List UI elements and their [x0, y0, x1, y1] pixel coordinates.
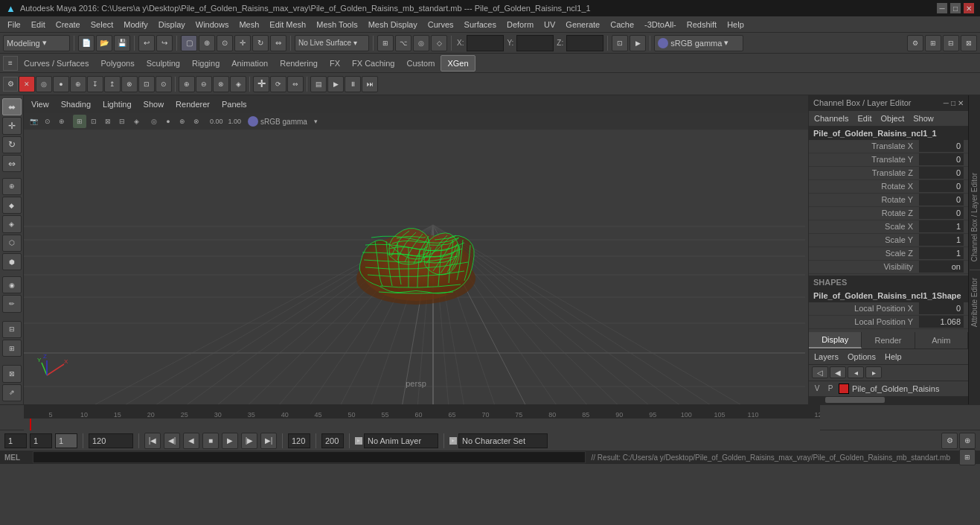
- timeline-ruler[interactable]: 5101520253035404550556065707580859095100…: [24, 405, 820, 419]
- vp-display-btn2[interactable]: ⊡: [87, 115, 100, 128]
- move-tool[interactable]: ✛: [2, 117, 22, 134]
- menu-item-cache[interactable]: Cache: [606, 19, 638, 31]
- snap-grid-btn[interactable]: ⊞: [377, 35, 394, 51]
- channel-value[interactable]: 1: [919, 220, 964, 232]
- layers-menu-layers[interactable]: Layers: [812, 351, 841, 362]
- layers-menu-options[interactable]: Options: [845, 351, 878, 362]
- paint-skin[interactable]: ✏: [2, 295, 22, 312]
- cb-menu-channels[interactable]: Channels: [812, 113, 851, 124]
- xgen-anim-btn2[interactable]: ⏸: [345, 76, 361, 92]
- layer-color-swatch[interactable]: [839, 384, 849, 394]
- edge-select[interactable]: ◈: [2, 215, 22, 232]
- channel-value[interactable]: 0: [919, 153, 964, 165]
- menu-item-help[interactable]: Help: [723, 19, 749, 31]
- menu-item-edit-mesh[interactable]: Edit Mesh: [265, 19, 310, 31]
- snap-surface-btn[interactable]: ◇: [431, 35, 447, 51]
- channel-row[interactable]: Translate X 0: [809, 140, 968, 153]
- frame-start-field[interactable]: 1: [4, 433, 27, 448]
- open-button[interactable]: 📂: [96, 35, 112, 51]
- scroll-thumb[interactable]: [825, 397, 885, 403]
- xgen-btn5[interactable]: ↧: [87, 76, 103, 92]
- channel-row[interactable]: Rotate Z 0: [809, 207, 968, 220]
- channel-value[interactable]: on: [919, 261, 964, 273]
- menu-item-uv[interactable]: UV: [539, 19, 560, 31]
- vertex-select[interactable]: ◆: [2, 197, 22, 214]
- vp-shading-btn1[interactable]: ◎: [147, 115, 161, 128]
- vp-btn-a[interactable]: 0.00: [208, 115, 225, 128]
- panel-toggle-btn[interactable]: ≡: [3, 56, 18, 71]
- vp-gamma-label[interactable]: sRGB gamma: [259, 115, 309, 128]
- shape-channel-value[interactable]: 1.068: [919, 316, 964, 328]
- cb-menu-edit[interactable]: Edit: [855, 113, 874, 124]
- menu-item-mesh-tools[interactable]: Mesh Tools: [312, 19, 362, 31]
- go-end-btn[interactable]: ▶|: [260, 433, 277, 449]
- snap-grid-btn2[interactable]: ⊠: [2, 365, 22, 382]
- object-select[interactable]: ⬢: [2, 253, 22, 270]
- tab-fx-caching[interactable]: FX Caching: [346, 55, 400, 71]
- cb-menu-show[interactable]: Show: [911, 113, 936, 124]
- select-tool[interactable]: ⬌: [2, 98, 22, 115]
- menu-item--3dtoall-[interactable]: -3DtoAll-: [640, 19, 681, 31]
- isolate-select-btn[interactable]: ⊞: [2, 340, 22, 357]
- tab-curves-surfaces[interactable]: Curves / Surfaces: [18, 55, 95, 71]
- frame-end-range[interactable]: 120: [288, 433, 310, 448]
- cb-minimize-btn[interactable]: ─: [944, 99, 949, 107]
- stop-btn[interactable]: ■: [202, 433, 219, 449]
- xgen-anim-btn[interactable]: ▶: [327, 76, 344, 92]
- menu-item-mesh[interactable]: Mesh: [234, 19, 263, 31]
- shape-channel-value[interactable]: 0: [919, 302, 964, 314]
- xgen-layers-btn[interactable]: ▤: [310, 76, 327, 92]
- rotate-tool-btn[interactable]: ↻: [252, 35, 269, 51]
- menu-item-curves[interactable]: Curves: [423, 19, 458, 31]
- menu-item-redshift[interactable]: Redshift: [682, 19, 721, 31]
- menu-item-mesh-display[interactable]: Mesh Display: [364, 19, 422, 31]
- redo-button[interactable]: ↪: [156, 35, 173, 51]
- channel-value[interactable]: 0: [919, 207, 964, 219]
- no-live-surface-dropdown[interactable]: No Live Surface ▾: [295, 35, 369, 51]
- channel-row[interactable]: Scale Y 1: [809, 234, 968, 247]
- xgen-btn7[interactable]: ⊗: [121, 76, 138, 92]
- tab-render[interactable]: Render: [862, 332, 915, 349]
- vp-cam-btn1[interactable]: 📷: [27, 115, 40, 128]
- channel-row[interactable]: Scale X 1: [809, 220, 968, 234]
- layer-p-label[interactable]: P: [825, 384, 836, 392]
- title-controls[interactable]: ─ □ ✕: [937, 3, 974, 13]
- shape-channel-row[interactable]: Local Position Y 1.068: [809, 316, 968, 329]
- menu-item-display[interactable]: Display: [154, 19, 190, 31]
- viewport[interactable]: View Shading Lighting Show Renderer Pane…: [24, 95, 808, 404]
- channel-row[interactable]: Rotate X 0: [809, 180, 968, 194]
- viewport-menu-view[interactable]: View: [28, 98, 52, 110]
- tab-polygons[interactable]: Polygons: [95, 55, 140, 71]
- tab-custom[interactable]: Custom: [401, 55, 441, 71]
- anim-layer-arrow[interactable]: ▸: [355, 437, 362, 445]
- tab-xgen[interactable]: XGen: [441, 55, 475, 71]
- xgen-btn6[interactable]: ↥: [104, 76, 121, 92]
- xgen-rotate-btn[interactable]: ⟳: [270, 76, 286, 92]
- snap-curve-btn[interactable]: ⌥: [395, 35, 411, 51]
- modeling-dropdown[interactable]: Modeling ▾: [3, 35, 70, 51]
- layer-v-label[interactable]: V: [812, 384, 822, 392]
- layers-add-btn[interactable]: ◁: [812, 366, 828, 378]
- channel-value[interactable]: 0: [919, 180, 964, 192]
- menu-item-file[interactable]: File: [3, 19, 25, 31]
- xgen-scale-btn[interactable]: ⇔: [287, 76, 304, 92]
- z-field[interactable]: [566, 35, 603, 51]
- snap-point-btn[interactable]: ◎: [413, 35, 429, 51]
- xgen-btn10[interactable]: ⊕: [179, 76, 195, 92]
- xgen-btn9[interactable]: ⊙: [156, 76, 172, 92]
- paint-tool-btn[interactable]: ⊙: [217, 35, 233, 51]
- anim-layer-field[interactable]: No Anim Layer: [364, 433, 438, 448]
- x-field[interactable]: [467, 35, 504, 51]
- bottom-icon-person[interactable]: ⊕: [959, 433, 976, 449]
- frame-total[interactable]: 200: [321, 433, 344, 448]
- vp-display-btn1[interactable]: ⊞: [73, 115, 86, 128]
- render-settings-btn[interactable]: ⚙: [907, 35, 923, 51]
- mel-input[interactable]: [33, 451, 586, 463]
- menu-item-generate[interactable]: Generate: [561, 19, 604, 31]
- select-tool-btn[interactable]: ▢: [181, 35, 197, 51]
- lasso-tool-btn[interactable]: ⊕: [199, 35, 215, 51]
- tab-rendering[interactable]: Rendering: [274, 55, 324, 71]
- go-start-btn[interactable]: |◀: [144, 433, 161, 449]
- layers-menu-help[interactable]: Help: [883, 351, 904, 362]
- xgen-btn11[interactable]: ⊖: [196, 76, 212, 92]
